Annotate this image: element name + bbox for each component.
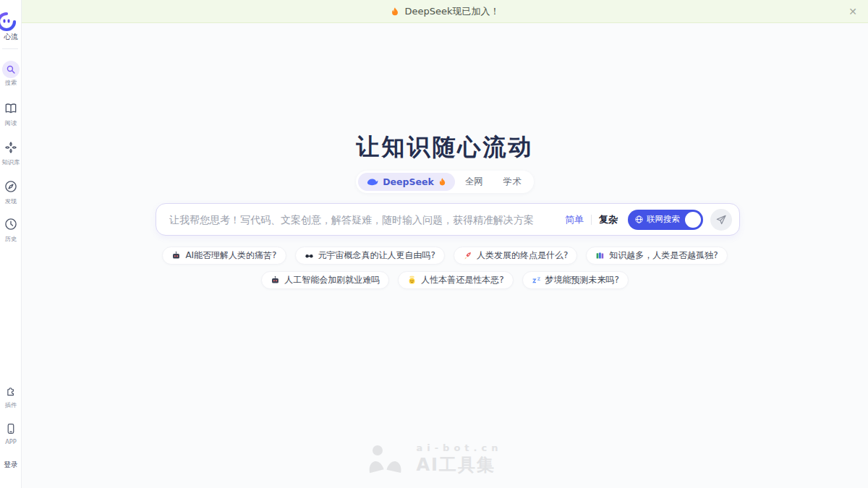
chip-label: 人性本善还是性本恶?	[421, 274, 503, 286]
xinliu-logo-icon	[0, 12, 17, 32]
sidebar: 心流 搜索 阅读 知识库	[0, 0, 22, 488]
mode-divider	[591, 215, 592, 225]
search-input[interactable]	[169, 214, 558, 226]
suggestion-chip[interactable]: 梦境能预测未来吗?	[522, 271, 629, 289]
sidebar-item-discover[interactable]: 发现	[0, 179, 22, 206]
knowledge-flower-icon	[4, 140, 18, 158]
vr-goggles-icon	[305, 251, 314, 260]
flame-icon	[390, 7, 400, 17]
chip-label: 人工智能会加剧就业难吗	[284, 274, 380, 286]
suggestion-chip[interactable]: 知识越多，人类是否越孤独?	[586, 247, 727, 265]
search-icon	[2, 61, 20, 78]
tab-deepseek[interactable]: DeepSeek	[358, 173, 455, 191]
sidebar-item-login[interactable]: 登录	[0, 460, 22, 470]
watermark-text: ai-bot.cn AI工具集	[417, 442, 503, 476]
book-icon	[4, 101, 18, 119]
watermark: ai-bot.cn AI工具集	[0, 442, 868, 476]
banner-text: DeepSeek现已加入！	[404, 5, 499, 18]
watermark-domain: ai-bot.cn	[417, 442, 503, 453]
toggle-knob	[685, 212, 701, 228]
suggestion-chip[interactable]: 人工智能会加剧就业难吗	[261, 271, 389, 289]
chip-label: 人类发展的终点是什么?	[477, 249, 568, 262]
sidebar-item-search[interactable]: 搜索	[0, 61, 22, 87]
rocket-icon	[463, 251, 472, 260]
books-icon	[595, 251, 605, 260]
tab-academic-label: 学术	[503, 176, 522, 188]
tabs-pill: DeepSeek 全网 学术	[356, 171, 534, 193]
suggestion-chip[interactable]: 元宇宙概念真的让人更自由吗?	[295, 247, 445, 265]
robot-icon	[171, 251, 181, 260]
web-search-toggle[interactable]: 联网搜索	[628, 210, 703, 230]
plugin-puzzle-icon	[4, 385, 17, 401]
history-clock-icon	[4, 217, 18, 234]
watermark-title: AI工具集	[417, 453, 503, 476]
tab-fullweb-label: 全网	[465, 176, 483, 188]
paper-plane-icon	[715, 214, 727, 226]
suggestion-chip[interactable]: 人性本善还是性本恶?	[398, 271, 513, 289]
zzz-icon	[532, 275, 541, 285]
app-root: DeepSeek现已加入！ ✕ 心流 搜索	[0, 0, 868, 488]
suggestion-chip[interactable]: AI能否理解人类的痛苦?	[162, 247, 286, 265]
suggestion-row-2: 人工智能会加剧就业难吗 人性本善还是性本恶? 梦境能预测未来吗?	[22, 271, 868, 289]
logo-label: 心流	[0, 32, 22, 42]
whale-icon	[366, 177, 379, 187]
sidebar-item-history[interactable]: 历史	[0, 217, 22, 244]
tab-fullweb[interactable]: 全网	[455, 173, 493, 191]
chip-label: 元宇宙概念真的让人更自由吗?	[318, 249, 435, 262]
search-mode-tabs: DeepSeek 全网 学术	[22, 171, 868, 193]
chip-label: AI能否理解人类的痛苦?	[185, 249, 276, 262]
mode-complex-button[interactable]: 复杂	[599, 213, 618, 226]
chip-label: 知识越多，人类是否越孤独?	[609, 249, 718, 262]
suggestion-chip[interactable]: 人类发展的终点是什么?	[454, 247, 577, 265]
ai-bot-logo	[366, 444, 408, 476]
globe-icon	[634, 215, 644, 224]
tab-deepseek-label: DeepSeek	[383, 176, 434, 187]
web-search-label: 联网搜索	[647, 214, 680, 225]
search-bar: 简单 复杂 联网搜索	[156, 203, 740, 236]
promo-banner: DeepSeek现已加入！ ✕	[22, 0, 868, 23]
tab-academic[interactable]: 学术	[493, 173, 532, 191]
angel-face-icon	[407, 275, 417, 285]
sidebar-item-plugin[interactable]: 插件	[0, 385, 22, 410]
flame-icon	[438, 177, 447, 187]
compass-icon	[4, 179, 18, 197]
chip-label: 梦境能预测未来吗?	[545, 274, 619, 286]
suggestion-row-1: AI能否理解人类的痛苦? 元宇宙概念真的让人更自由吗? 人类发展的终点是什么? …	[22, 247, 868, 265]
xinliu-logo[interactable]	[0, 12, 18, 32]
page-title: 让知识随心流动	[22, 132, 868, 163]
sidebar-item-reading[interactable]: 阅读	[0, 101, 22, 128]
sidebar-item-knowledge[interactable]: 知识库	[0, 140, 22, 167]
robot-icon	[271, 275, 280, 285]
sidebar-item-app[interactable]: APP	[0, 422, 22, 445]
close-icon[interactable]: ✕	[847, 6, 859, 17]
sidebar-divider	[2, 48, 18, 49]
mode-simple-button[interactable]: 简单	[565, 213, 584, 226]
send-button[interactable]	[710, 209, 732, 231]
phone-icon	[4, 422, 17, 438]
